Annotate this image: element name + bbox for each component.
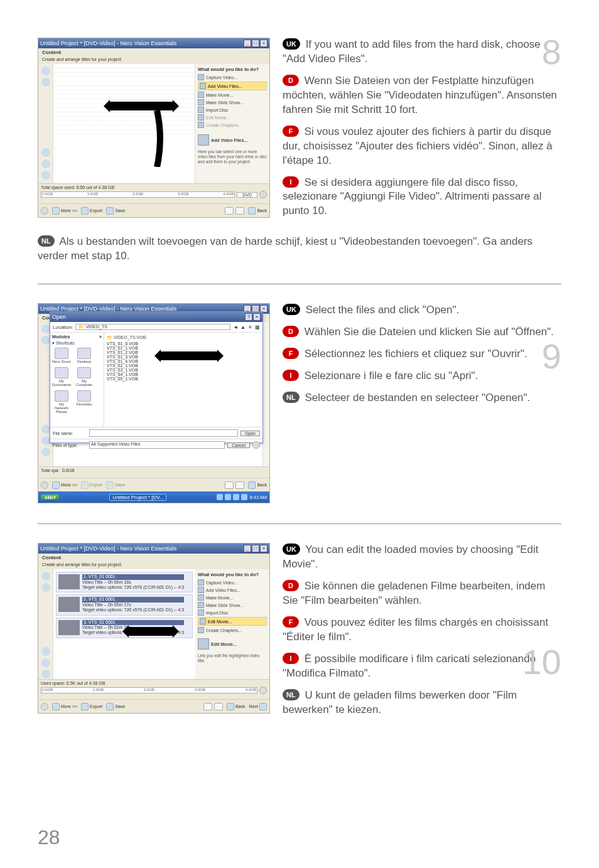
action-edit-movie-big[interactable]: Edit Movie... (198, 638, 267, 650)
tool-icon[interactable] (41, 670, 50, 678)
list-item[interactable]: VTS_02_1.VOB (107, 363, 260, 368)
taskbar-item[interactable]: Untitled Project * [DV... (109, 494, 166, 501)
place-my-computer[interactable]: My Computer (75, 367, 94, 387)
step-10: Untitled Project * [DVD-Video] - Nero Vi… (38, 543, 561, 724)
tool-icon[interactable] (41, 572, 50, 581)
export-button[interactable]: Export (81, 207, 102, 215)
save-button[interactable]: Save (106, 703, 125, 710)
help-button[interactable] (41, 703, 48, 710)
list-item[interactable]: VTS_01_1.VOB (107, 346, 260, 350)
action-make-slideshow[interactable]: Make Slide Show... (198, 602, 267, 608)
close-icon[interactable]: × (253, 313, 261, 321)
content-tab[interactable]: Content (38, 554, 269, 562)
tray-icon[interactable] (217, 494, 223, 500)
close-icon[interactable]: × (260, 545, 267, 552)
action-import-disc[interactable]: Import Disc (198, 609, 267, 616)
save-button[interactable]: Save (106, 207, 125, 215)
action-capture-video[interactable]: Capture Video... (198, 74, 267, 80)
action-create-chapters[interactable]: Create Chapters... (198, 627, 267, 633)
tool-icon[interactable] (41, 647, 50, 656)
nav-up-icon[interactable]: ▲ (240, 324, 246, 330)
tool-icon[interactable] (41, 447, 50, 456)
maximize-icon[interactable]: □ (252, 40, 259, 47)
video-item[interactable]: 2. VTS_01 0001Video Title -- 0h 05m 17sT… (56, 594, 193, 615)
place-nero-scout[interactable]: Nero Scout (52, 348, 71, 363)
thumbnail (58, 574, 80, 589)
back-button[interactable]: Back (248, 207, 267, 215)
nav-back-icon[interactable]: ◄ (233, 324, 238, 330)
redo-button[interactable] (235, 207, 244, 215)
minimize-icon[interactable]: _ (244, 40, 251, 47)
tool-icon[interactable] (41, 67, 50, 75)
cancel-button[interactable]: Cancel (227, 442, 250, 448)
action-make-movie[interactable]: Make Movie... (198, 594, 267, 601)
minimize-icon[interactable]: _ (244, 545, 251, 552)
action-capture-video[interactable]: Capture Video... (198, 579, 267, 586)
tool-icon[interactable] (41, 171, 50, 179)
redo-button[interactable] (235, 481, 244, 489)
more-button[interactable]: More >> (52, 207, 77, 215)
help-button[interactable] (259, 687, 267, 694)
undo-button[interactable] (225, 481, 234, 489)
tool-icon[interactable] (41, 336, 50, 345)
help-button[interactable] (252, 441, 260, 449)
media-type-select[interactable]: DVD (237, 192, 257, 198)
nav-view-icon[interactable]: ▦ (255, 324, 260, 330)
back-button[interactable]: Back (227, 703, 246, 710)
action-edit-movie[interactable]: Edit Movie... (198, 617, 267, 626)
tool-icon[interactable] (41, 658, 50, 667)
action-make-movie[interactable]: Make Movie... (198, 92, 267, 98)
action-add-video-files[interactable]: Add Video Files... (198, 587, 267, 593)
start-button[interactable]: start (41, 495, 59, 500)
tool-icon[interactable] (41, 324, 50, 333)
lang-badge-d: D (283, 580, 299, 591)
list-item[interactable]: VTS_05_1.VOB (107, 377, 260, 381)
space-used-label: Total spa (41, 468, 58, 473)
maximize-icon[interactable]: □ (252, 545, 259, 552)
nav-new-icon[interactable]: ✳ (248, 324, 252, 330)
tool-icon[interactable] (41, 148, 50, 157)
location-dropdown[interactable]: 📁 VIDEO_TS (75, 324, 230, 330)
open-button[interactable]: Open (240, 431, 260, 436)
help-button[interactable] (41, 207, 48, 215)
filename-input[interactable] (89, 429, 238, 437)
place-network[interactable]: My Network Places (52, 390, 71, 414)
more-button[interactable]: More >> (52, 481, 77, 489)
video-item[interactable]: 1. VTS_01 0001Video Title -- 0h 06m 18sT… (56, 572, 193, 592)
place-favorites[interactable]: Favorites (75, 390, 94, 414)
redo-button[interactable] (214, 703, 223, 710)
content-tab[interactable]: Content (38, 48, 269, 56)
dialog-titlebar: Open ?× (50, 312, 262, 322)
help-button[interactable] (259, 191, 267, 198)
more-button[interactable]: More >> (52, 703, 77, 710)
shortcuts-header[interactable]: ▾ Shortcuts (52, 341, 102, 346)
tray-icon[interactable] (241, 494, 247, 500)
file-list[interactable]: 📁 VIDEO_TS.VOB VTS_01_0.VOB VTS_01_1.VOB… (104, 333, 262, 427)
text-d: Wenn Sie Dateien von der Festplatte hinz… (283, 75, 557, 115)
tray-icon[interactable] (233, 494, 239, 500)
help-button[interactable] (41, 481, 48, 489)
action-add-video-files-big[interactable]: Add Video Files... (198, 134, 267, 146)
help-icon[interactable]: ? (245, 313, 252, 321)
action-make-slideshow[interactable]: Make Slide Show... (198, 99, 267, 105)
back-button[interactable]: Back (248, 481, 267, 489)
list-item[interactable]: VTS_04_1.VOB (107, 372, 260, 377)
place-desktop[interactable]: Desktop (75, 348, 94, 363)
undo-button[interactable] (203, 703, 212, 710)
list-item[interactable]: VTS_01_0.VOB (107, 341, 260, 346)
close-icon[interactable]: × (260, 40, 267, 47)
tool-icon[interactable] (41, 78, 50, 87)
action-import-disc[interactable]: Import Disc (198, 107, 267, 113)
next-button[interactable]: Next (249, 703, 267, 710)
filetype-select[interactable]: All Supported Video Files (89, 441, 225, 449)
list-item[interactable]: VTS_03_1.VOB (107, 368, 260, 372)
tray-icon[interactable] (225, 494, 231, 500)
tool-icon[interactable] (41, 425, 50, 434)
action-add-video-files[interactable]: Add Video Files... (198, 82, 267, 90)
tool-icon[interactable] (41, 436, 50, 445)
undo-button[interactable] (225, 207, 234, 215)
place-my-documents[interactable]: My Documents (52, 367, 71, 387)
tool-icon[interactable] (41, 159, 50, 168)
tool-icon[interactable] (41, 583, 50, 592)
export-button[interactable]: Export (81, 703, 102, 710)
